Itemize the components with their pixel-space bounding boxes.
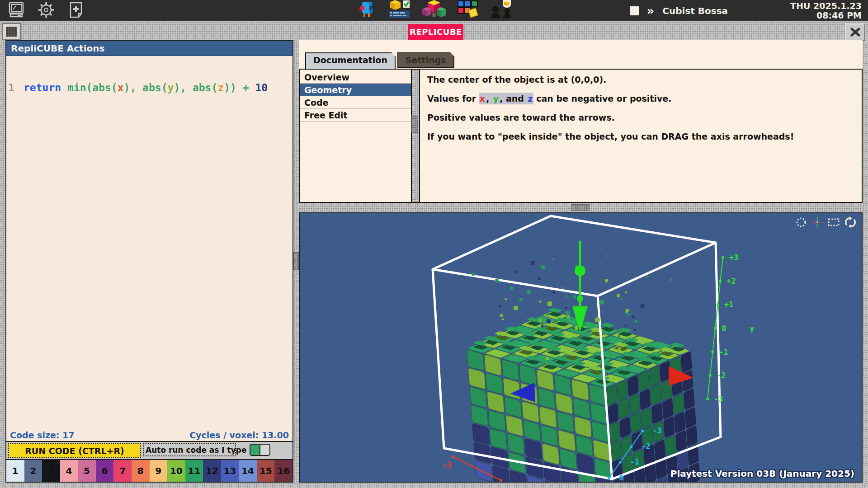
palette-swatch-10[interactable]: 10 [167, 460, 185, 482]
doc-nav-item-geometry[interactable]: Geometry [300, 84, 411, 96]
line-number: 1 [6, 82, 24, 94]
palette-swatch-12[interactable]: 12 [203, 460, 221, 482]
doc-paragraph: Values for x, y, and z can be negative o… [427, 93, 854, 104]
svg-text:-3: -3 [652, 426, 661, 435]
close-icon [850, 28, 860, 37]
new-file-icon[interactable] [67, 1, 85, 21]
run-row: RUN CODE (CTRL+R) Auto run code as I typ… [6, 441, 292, 459]
palette-swatch-14[interactable]: 14 [239, 460, 257, 482]
svg-text:+2: +2 [726, 277, 736, 286]
version-label: Playtest Version 03B (January 2025) [670, 468, 854, 479]
palette-swatch-5[interactable]: 5 [78, 460, 96, 482]
svg-text:-1: -1 [719, 347, 728, 357]
doc-paragraph: If you want to "peek inside" the object,… [427, 131, 854, 142]
settings-gear-icon[interactable] [37, 1, 55, 21]
tab-documentation[interactable]: Documentation [305, 52, 396, 69]
doc-body: The center of the object is at (0,0,0).V… [420, 70, 862, 202]
palette-swatch-15[interactable]: 15 [257, 460, 275, 482]
axes-icon[interactable] [811, 216, 824, 229]
stop-icon[interactable] [630, 6, 639, 15]
code-token: z [217, 82, 224, 94]
close-button[interactable] [845, 23, 865, 41]
vertical-splitter[interactable] [293, 40, 299, 483]
tasks-cube-icon[interactable] [388, 0, 411, 21]
voxel-scene[interactable]: +3+2+10-1-2-3Y-3-2-10-3-2 [300, 213, 862, 482]
window-border-left [0, 40, 5, 483]
code-token: 10 [255, 82, 268, 94]
code-line[interactable]: 1return min(abs(x), abs(y), abs(z)) + 10 [6, 82, 292, 94]
doc-tabs: DocumentationSettings [305, 52, 454, 68]
palette-swatch-3[interactable]: 3 [42, 460, 60, 482]
doc-splitter-handle[interactable] [411, 115, 418, 133]
palette-swatch-11[interactable]: 11 [185, 460, 203, 482]
svg-text:0: 0 [619, 473, 623, 482]
orbit-icon[interactable] [795, 216, 807, 229]
svg-text:-3: -3 [714, 394, 723, 404]
clock: THU 2025.1.23 08:46 PM [790, 1, 862, 20]
horizontal-splitter[interactable] [299, 203, 863, 212]
documentation-panel: DocumentationSettings OverviewGeometryCo… [299, 40, 863, 203]
horizontal-splitter-handle[interactable] [571, 204, 590, 211]
code-token: return [24, 82, 67, 94]
tab-corner [392, 52, 396, 56]
tab-corner [450, 52, 454, 56]
code-token: min(abs( [67, 82, 118, 94]
code-editor[interactable]: 1return min(abs(x), abs(y), abs(z)) + 10 [6, 56, 292, 429]
clock-date: THU 2025.1.23 [790, 1, 862, 11]
computer-icon[interactable] [7, 1, 25, 21]
voxel-viewport[interactable]: +3+2+10-1-2-3Y-3-2-10-3-2 [299, 212, 863, 483]
palette-swatch-4[interactable]: 4 [60, 460, 78, 482]
svg-text:0: 0 [722, 324, 726, 333]
window-border-right [863, 40, 868, 483]
doc-splitter[interactable] [411, 70, 420, 202]
palette-swatch-2[interactable]: 2 [24, 460, 42, 482]
code-token: ), abs( [124, 82, 168, 94]
code-size-label: Code size: 17 [10, 430, 75, 440]
auto-run-toggle[interactable] [250, 444, 270, 456]
tab-settings[interactable]: Settings [397, 52, 454, 68]
reset-view-icon[interactable] [844, 216, 857, 229]
doc-paragraph: The center of the object is at (0,0,0). [427, 74, 854, 85]
run-code-button[interactable]: RUN CODE (CTRL+R) [8, 443, 141, 458]
toggle-knob [259, 445, 269, 455]
palette-swatch-13[interactable]: 13 [221, 460, 239, 482]
palette-swatch-6[interactable]: 6 [96, 460, 114, 482]
palette-swatch-8[interactable]: 8 [132, 460, 150, 482]
svg-text:-1: -1 [630, 457, 639, 466]
svg-text:-2: -2 [717, 371, 726, 380]
code-editor-pane: RepliCUBE Actions 1return min(abs(x), ab… [5, 40, 293, 483]
mailbox-icon[interactable]: P [357, 0, 377, 21]
doc-nav-item-overview[interactable]: Overview [300, 71, 411, 84]
svg-text:Y: Y [750, 325, 755, 334]
palette-swatch-1[interactable]: 1 [6, 460, 24, 482]
auto-run-box[interactable]: Auto run code as I type [143, 443, 236, 456]
doc-content-box: OverviewGeometryCodeFree Edit The center… [299, 69, 863, 203]
editor-status-row: Code size: 17 Cycles / voxel: 13.00 [6, 429, 292, 441]
music-track-label: Cubist Bossa [662, 5, 728, 16]
svg-text:+3: +3 [729, 253, 738, 262]
auto-run-label: Auto run code as I type [146, 446, 247, 455]
palette-swatch-16[interactable]: 16 [274, 460, 292, 482]
svg-text:-2: -2 [641, 442, 650, 451]
screen: P [0, 0, 868, 488]
doc-nav-item-free-edit[interactable]: Free Edit [300, 109, 411, 122]
taskbar: P [0, 0, 868, 21]
clock-time: 08:46 PM [790, 11, 862, 20]
editor-title: RepliCUBE Actions [6, 41, 292, 56]
bounds-icon[interactable] [827, 216, 840, 229]
community-icon[interactable] [490, 0, 514, 21]
cycles-label: Cycles / voxel: 13.00 [189, 430, 289, 440]
code-token: ), abs( [174, 82, 217, 94]
doc-nav-list: OverviewGeometryCodeFree Edit [300, 70, 411, 202]
palette-grid-icon[interactable] [457, 0, 479, 21]
skip-track-icon[interactable]: » [647, 6, 655, 15]
palette-swatch-7[interactable]: 7 [113, 460, 132, 482]
code-token: y [168, 82, 174, 94]
replicube-levels-icon[interactable] [422, 0, 446, 21]
replicube-window-tab[interactable]: REPLICUBE [408, 24, 463, 40]
window-menu-icon[interactable] [2, 23, 21, 40]
palette-swatch-9[interactable]: 9 [150, 460, 168, 482]
doc-nav-item-code[interactable]: Code [300, 96, 411, 109]
vertical-splitter-handle[interactable] [293, 252, 299, 270]
viewport-toolbar [795, 216, 857, 229]
